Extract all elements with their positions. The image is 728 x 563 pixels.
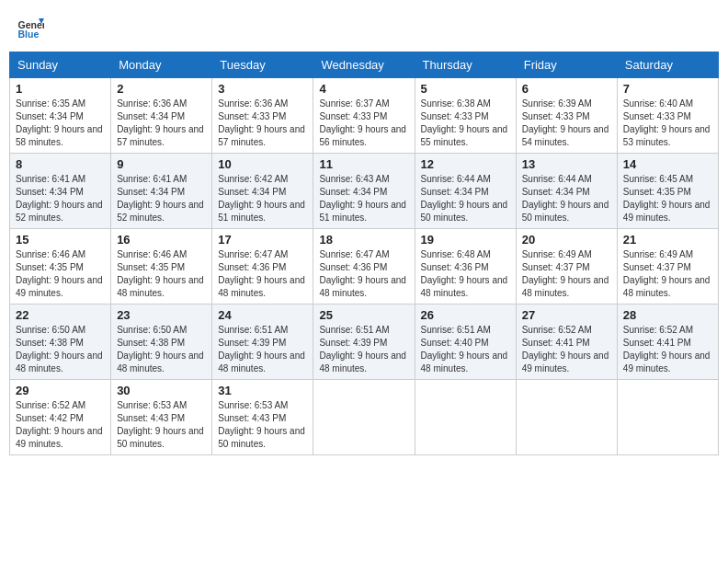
page-header: General Blue — [9, 9, 719, 44]
calendar-week-row: 29Sunrise: 6:52 AMSunset: 4:42 PMDayligh… — [10, 380, 719, 455]
calendar-cell: 2Sunrise: 6:36 AMSunset: 4:34 PMDaylight… — [111, 78, 212, 154]
calendar-week-row: 8Sunrise: 6:41 AMSunset: 4:34 PMDaylight… — [10, 154, 719, 229]
day-number: 24 — [218, 308, 307, 322]
day-detail: Sunrise: 6:36 AMSunset: 4:34 PMDaylight:… — [117, 98, 206, 149]
day-number: 26 — [421, 308, 510, 322]
day-detail: Sunrise: 6:51 AMSunset: 4:39 PMDaylight:… — [218, 324, 307, 375]
weekday-header-sunday: Sunday — [10, 52, 111, 78]
day-detail: Sunrise: 6:42 AMSunset: 4:34 PMDaylight:… — [218, 173, 307, 224]
day-detail: Sunrise: 6:51 AMSunset: 4:39 PMDaylight:… — [319, 324, 408, 375]
weekday-header-row: SundayMondayTuesdayWednesdayThursdayFrid… — [10, 52, 719, 78]
day-number: 30 — [117, 384, 206, 397]
calendar-week-row: 15Sunrise: 6:46 AMSunset: 4:35 PMDayligh… — [10, 229, 719, 304]
calendar-cell: 11Sunrise: 6:43 AMSunset: 4:34 PMDayligh… — [313, 154, 415, 229]
calendar-cell: 21Sunrise: 6:49 AMSunset: 4:37 PMDayligh… — [617, 229, 718, 304]
calendar-cell: 3Sunrise: 6:36 AMSunset: 4:33 PMDaylight… — [212, 78, 313, 154]
day-detail: Sunrise: 6:41 AMSunset: 4:34 PMDaylight:… — [16, 173, 105, 224]
day-number: 14 — [623, 157, 712, 171]
day-detail: Sunrise: 6:38 AMSunset: 4:33 PMDaylight:… — [421, 98, 510, 149]
calendar-cell: 29Sunrise: 6:52 AMSunset: 4:42 PMDayligh… — [10, 380, 111, 455]
day-number: 28 — [623, 308, 712, 322]
calendar-cell — [313, 380, 415, 455]
day-number: 23 — [117, 308, 206, 322]
calendar-cell — [617, 380, 718, 455]
day-detail: Sunrise: 6:52 AMSunset: 4:42 PMDaylight:… — [16, 399, 105, 451]
weekday-header-monday: Monday — [111, 52, 212, 78]
day-number: 22 — [16, 308, 105, 322]
day-number: 3 — [218, 82, 307, 96]
day-detail: Sunrise: 6:43 AMSunset: 4:34 PMDaylight:… — [319, 173, 408, 224]
weekday-header-wednesday: Wednesday — [313, 52, 415, 78]
calendar-cell: 22Sunrise: 6:50 AMSunset: 4:38 PMDayligh… — [10, 304, 111, 380]
calendar-cell: 8Sunrise: 6:41 AMSunset: 4:34 PMDaylight… — [10, 154, 111, 229]
day-detail: Sunrise: 6:53 AMSunset: 4:43 PMDaylight:… — [117, 399, 206, 451]
logo: General Blue — [17, 13, 44, 40]
calendar-cell: 12Sunrise: 6:44 AMSunset: 4:34 PMDayligh… — [415, 154, 516, 229]
logo-icon: General Blue — [17, 13, 44, 40]
day-detail: Sunrise: 6:49 AMSunset: 4:37 PMDaylight:… — [623, 248, 712, 300]
calendar-cell: 14Sunrise: 6:45 AMSunset: 4:35 PMDayligh… — [617, 154, 718, 229]
calendar-cell: 9Sunrise: 6:41 AMSunset: 4:34 PMDaylight… — [111, 154, 212, 229]
day-number: 7 — [623, 82, 712, 96]
calendar-table: SundayMondayTuesdayWednesdayThursdayFrid… — [9, 52, 719, 455]
day-number: 18 — [319, 233, 408, 247]
weekday-header-thursday: Thursday — [415, 52, 516, 78]
day-number: 11 — [319, 157, 408, 171]
day-detail: Sunrise: 6:44 AMSunset: 4:34 PMDaylight:… — [522, 173, 611, 224]
calendar-cell: 7Sunrise: 6:40 AMSunset: 4:33 PMDaylight… — [617, 78, 718, 154]
day-number: 20 — [522, 233, 611, 247]
calendar-cell: 19Sunrise: 6:48 AMSunset: 4:36 PMDayligh… — [415, 229, 516, 304]
day-detail: Sunrise: 6:35 AMSunset: 4:34 PMDaylight:… — [16, 98, 105, 149]
day-number: 5 — [421, 82, 510, 96]
calendar-cell: 10Sunrise: 6:42 AMSunset: 4:34 PMDayligh… — [212, 154, 313, 229]
calendar-week-row: 22Sunrise: 6:50 AMSunset: 4:38 PMDayligh… — [10, 304, 719, 380]
day-detail: Sunrise: 6:52 AMSunset: 4:41 PMDaylight:… — [522, 324, 611, 375]
day-number: 8 — [16, 157, 105, 171]
day-number: 4 — [319, 82, 408, 96]
day-detail: Sunrise: 6:50 AMSunset: 4:38 PMDaylight:… — [16, 324, 105, 375]
day-detail: Sunrise: 6:48 AMSunset: 4:36 PMDaylight:… — [421, 248, 510, 300]
weekday-header-saturday: Saturday — [617, 52, 718, 78]
day-number: 6 — [522, 82, 611, 96]
calendar-cell: 6Sunrise: 6:39 AMSunset: 4:33 PMDaylight… — [516, 78, 617, 154]
day-detail: Sunrise: 6:40 AMSunset: 4:33 PMDaylight:… — [623, 98, 712, 149]
calendar-cell: 5Sunrise: 6:38 AMSunset: 4:33 PMDaylight… — [415, 78, 516, 154]
day-number: 10 — [218, 157, 307, 171]
calendar-cell — [415, 380, 516, 455]
calendar-cell: 13Sunrise: 6:44 AMSunset: 4:34 PMDayligh… — [516, 154, 617, 229]
calendar-cell: 18Sunrise: 6:47 AMSunset: 4:36 PMDayligh… — [313, 229, 415, 304]
day-number: 25 — [319, 308, 408, 322]
calendar-cell: 16Sunrise: 6:46 AMSunset: 4:35 PMDayligh… — [111, 229, 212, 304]
calendar-cell — [516, 380, 617, 455]
svg-text:Blue: Blue — [18, 29, 40, 40]
day-detail: Sunrise: 6:53 AMSunset: 4:43 PMDaylight:… — [218, 399, 307, 451]
calendar-cell: 1Sunrise: 6:35 AMSunset: 4:34 PMDaylight… — [10, 78, 111, 154]
day-number: 17 — [218, 233, 307, 247]
calendar-cell: 31Sunrise: 6:53 AMSunset: 4:43 PMDayligh… — [212, 380, 313, 455]
day-detail: Sunrise: 6:51 AMSunset: 4:40 PMDaylight:… — [421, 324, 510, 375]
day-number: 9 — [117, 157, 206, 171]
day-detail: Sunrise: 6:41 AMSunset: 4:34 PMDaylight:… — [117, 173, 206, 224]
calendar-cell: 23Sunrise: 6:50 AMSunset: 4:38 PMDayligh… — [111, 304, 212, 380]
day-detail: Sunrise: 6:47 AMSunset: 4:36 PMDaylight:… — [218, 248, 307, 300]
calendar-cell: 17Sunrise: 6:47 AMSunset: 4:36 PMDayligh… — [212, 229, 313, 304]
day-number: 13 — [522, 157, 611, 171]
day-detail: Sunrise: 6:45 AMSunset: 4:35 PMDaylight:… — [623, 173, 712, 224]
calendar-cell: 24Sunrise: 6:51 AMSunset: 4:39 PMDayligh… — [212, 304, 313, 380]
day-number: 29 — [16, 384, 105, 397]
day-number: 12 — [421, 157, 510, 171]
calendar-cell: 25Sunrise: 6:51 AMSunset: 4:39 PMDayligh… — [313, 304, 415, 380]
day-detail: Sunrise: 6:46 AMSunset: 4:35 PMDaylight:… — [117, 248, 206, 300]
day-number: 1 — [16, 82, 105, 96]
calendar-cell: 27Sunrise: 6:52 AMSunset: 4:41 PMDayligh… — [516, 304, 617, 380]
calendar-cell: 15Sunrise: 6:46 AMSunset: 4:35 PMDayligh… — [10, 229, 111, 304]
day-number: 16 — [117, 233, 206, 247]
calendar-cell: 28Sunrise: 6:52 AMSunset: 4:41 PMDayligh… — [617, 304, 718, 380]
day-number: 15 — [16, 233, 105, 247]
day-detail: Sunrise: 6:39 AMSunset: 4:33 PMDaylight:… — [522, 98, 611, 149]
calendar-cell: 30Sunrise: 6:53 AMSunset: 4:43 PMDayligh… — [111, 380, 212, 455]
day-detail: Sunrise: 6:37 AMSunset: 4:33 PMDaylight:… — [319, 98, 408, 149]
day-number: 31 — [218, 384, 307, 397]
day-detail: Sunrise: 6:49 AMSunset: 4:37 PMDaylight:… — [522, 248, 611, 300]
calendar-week-row: 1Sunrise: 6:35 AMSunset: 4:34 PMDaylight… — [10, 78, 719, 154]
